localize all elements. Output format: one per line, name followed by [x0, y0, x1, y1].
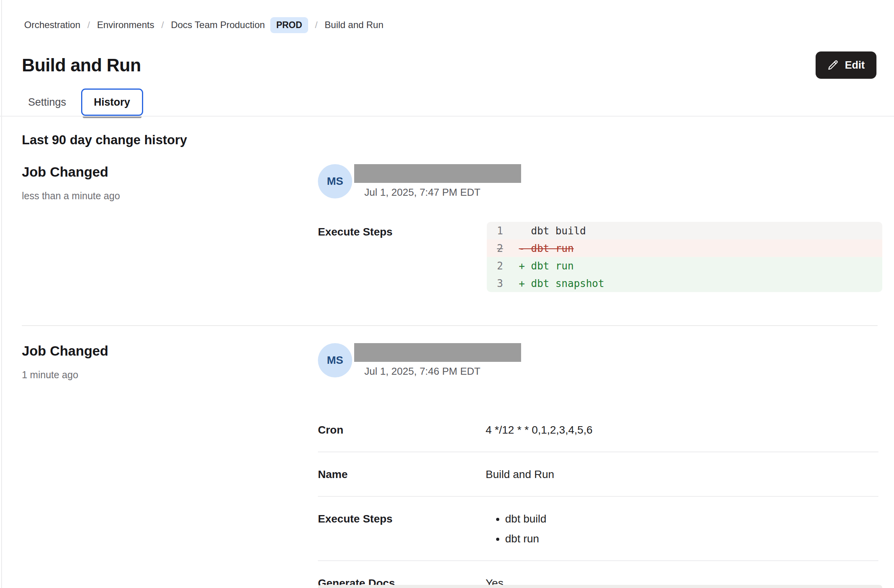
entry-timestamp: Jul 1, 2025, 7:47 PM EDT	[364, 186, 521, 198]
avatar: MS	[318, 343, 352, 377]
tab-history[interactable]: History	[81, 89, 143, 116]
tab-settings[interactable]: Settings	[22, 89, 73, 116]
detail-row-generate-docs: Generate Docs Yes	[318, 561, 878, 588]
avatar-initials: MS	[327, 175, 343, 188]
diff-code: - dbt run	[519, 243, 574, 254]
user-row: MS Jul 1, 2025, 7:47 PM EDT	[318, 164, 894, 198]
execute-step-item: dbt run	[505, 532, 878, 545]
detail-row-execute-steps: Execute Steps dbt build dbt run	[318, 497, 878, 561]
breadcrumb-separator: /	[87, 19, 90, 30]
diff-gutter: 1	[497, 225, 519, 237]
diff-gutter: 3	[497, 278, 519, 289]
diff-line-added: 2 + dbt run	[487, 257, 882, 275]
entry-event: Job Changed	[22, 164, 318, 180]
edit-button-label: Edit	[845, 59, 865, 71]
breadcrumb-environments[interactable]: Environments	[97, 19, 154, 30]
change-entry-2: Job Changed 1 minute ago MS Jul 1, 2025,…	[22, 343, 894, 588]
entry-summary: Job Changed less than a minute ago	[22, 164, 318, 292]
field-label-execute-steps: Execute Steps	[318, 222, 487, 292]
avatar: MS	[318, 164, 352, 198]
breadcrumb-environment-name[interactable]: Docs Team Production	[171, 19, 265, 30]
active-tab-underline	[83, 117, 142, 118]
entry-timestamp: Jul 1, 2025, 7:46 PM EDT	[364, 365, 521, 377]
user-row: MS Jul 1, 2025, 7:46 PM EDT	[318, 343, 894, 377]
redacted-username	[354, 343, 521, 362]
diff-gutter: 2	[497, 260, 519, 272]
detail-label: Execute Steps	[318, 512, 486, 545]
execute-steps-diff: 1 dbt build 2 - dbt run 2 + dbt run 3 + …	[487, 222, 882, 292]
next-block-top-edge	[318, 585, 882, 588]
entry-divider	[22, 325, 878, 326]
diff-gutter: 2	[497, 243, 519, 254]
diff-code: + dbt snapshot	[519, 278, 604, 289]
redacted-username	[354, 164, 521, 183]
breadcrumb-current-page: Build and Run	[325, 19, 383, 30]
detail-row-cron: Cron 4 */12 * * 0,1,2,3,4,5,6	[318, 408, 878, 452]
detail-value: Build and Run	[486, 468, 878, 481]
breadcrumb-separator: /	[161, 19, 164, 30]
breadcrumb: Orchestration / Environments / Docs Team…	[0, 0, 894, 34]
tab-history-wrap: History	[81, 89, 143, 116]
user-meta: Jul 1, 2025, 7:47 PM EDT	[354, 164, 521, 198]
execute-steps-list: dbt build dbt run	[486, 512, 878, 545]
section-title: Last 90 day change history	[22, 132, 894, 148]
diff-line-added: 3 + dbt snapshot	[487, 275, 882, 292]
detail-value: 4 */12 * * 0,1,2,3,4,5,6	[486, 423, 878, 437]
change-entry-1: Job Changed less than a minute ago MS Ju…	[22, 164, 894, 292]
diff-line-context: 1 dbt build	[487, 222, 882, 239]
entry-summary: Job Changed 1 minute ago	[22, 343, 318, 588]
entry-detail: MS Jul 1, 2025, 7:46 PM EDT Cron 4 */12 …	[318, 343, 894, 588]
user-meta: Jul 1, 2025, 7:46 PM EDT	[354, 343, 521, 377]
entry-detail: MS Jul 1, 2025, 7:47 PM EDT Execute Step…	[318, 164, 894, 292]
diff-code: dbt build	[519, 225, 586, 237]
page-title: Build and Run	[22, 51, 141, 79]
execute-steps-change-row: Execute Steps 1 dbt build 2 - dbt run 2 …	[318, 222, 882, 292]
history-panel: Last 90 day change history Job Changed l…	[0, 132, 894, 588]
avatar-initials: MS	[327, 354, 343, 367]
diff-line-removed: 2 - dbt run	[487, 239, 882, 257]
breadcrumb-separator: /	[315, 19, 318, 30]
detail-row-name: Name Build and Run	[318, 452, 878, 497]
entry-event: Job Changed	[22, 343, 318, 359]
breadcrumb-orchestration[interactable]: Orchestration	[24, 19, 80, 30]
entry-time-ago: less than a minute ago	[22, 190, 318, 202]
entry-time-ago: 1 minute ago	[22, 369, 318, 381]
edit-button[interactable]: Edit	[816, 51, 876, 79]
page-header: Build and Run Edit	[0, 51, 894, 79]
detail-label: Name	[318, 468, 486, 481]
diff-code: + dbt run	[519, 260, 574, 272]
pencil-icon	[827, 59, 839, 71]
detail-label: Cron	[318, 423, 486, 437]
detail-rows: Cron 4 */12 * * 0,1,2,3,4,5,6 Name Build…	[318, 408, 878, 588]
execute-step-item: dbt build	[505, 512, 878, 526]
tab-bar: Settings History	[0, 89, 894, 117]
prod-badge: PROD	[270, 17, 308, 33]
